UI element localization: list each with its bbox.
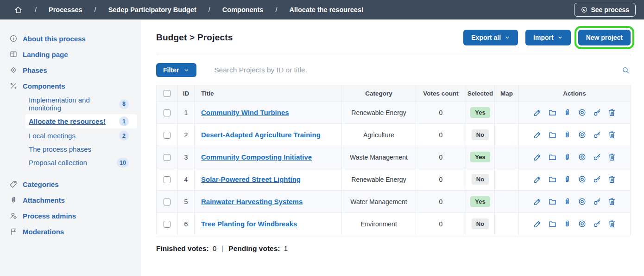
project-votes-count: 0: [416, 213, 466, 235]
permissions-button[interactable]: [593, 219, 601, 228]
project-id: 5: [178, 191, 195, 213]
project-map-cell: [495, 102, 519, 124]
delete-button[interactable]: [607, 153, 616, 161]
folder-button[interactable]: [548, 175, 557, 184]
delete-button[interactable]: [607, 130, 616, 139]
folder-button[interactable]: [548, 130, 557, 139]
row-checkbox[interactable]: [164, 221, 170, 228]
breadcrumb-item[interactable]: Sedep Participatory Budget: [108, 6, 196, 13]
permissions-button[interactable]: [593, 153, 601, 161]
delete-button[interactable]: [607, 108, 616, 117]
preview-button[interactable]: [578, 108, 587, 117]
submenu-item-label: Implementation and monitoring: [29, 96, 119, 112]
edit-button[interactable]: [533, 130, 542, 139]
edit-button[interactable]: [533, 153, 542, 161]
select-all-checkbox[interactable]: [164, 90, 170, 97]
attachments-button[interactable]: [563, 108, 572, 117]
column-header: Actions: [519, 85, 631, 102]
new-project-button[interactable]: New project: [578, 30, 631, 45]
project-title-link[interactable]: Community Wind Turbines: [201, 109, 289, 116]
trash-icon: [607, 130, 616, 139]
project-title-link[interactable]: Tree Planting for Windbreaks: [201, 220, 297, 228]
edit-button[interactable]: [533, 108, 542, 117]
search-button[interactable]: [621, 65, 631, 75]
home-icon[interactable]: [14, 6, 23, 14]
permissions-button[interactable]: [593, 108, 601, 117]
row-checkbox[interactable]: [164, 176, 170, 183]
permissions-button[interactable]: [593, 130, 601, 139]
row-checkbox[interactable]: [164, 199, 170, 205]
sidebar-item-attachments[interactable]: Attachments: [0, 192, 141, 208]
delete-button[interactable]: [607, 197, 616, 206]
project-votes-count: 0: [416, 102, 466, 124]
breadcrumb-item[interactable]: Processes: [49, 6, 82, 13]
folder-icon: [548, 153, 557, 161]
folder-button[interactable]: [548, 197, 557, 206]
delete-button[interactable]: [607, 219, 616, 228]
phases-icon: [9, 66, 18, 74]
submenu-item-label: Local meetings: [29, 132, 76, 140]
import-label: Import: [533, 34, 554, 41]
attachments-button[interactable]: [563, 197, 572, 206]
row-checkbox[interactable]: [164, 109, 170, 116]
project-title-link[interactable]: Desert-Adapted Agriculture Training: [201, 131, 321, 139]
folder-icon: [548, 219, 557, 228]
search-input[interactable]: [214, 66, 621, 74]
submenu-item[interactable]: Proposal collection 10: [25, 155, 137, 170]
folder-button[interactable]: [548, 219, 557, 228]
edit-button[interactable]: [533, 175, 542, 184]
project-id: 6: [178, 213, 195, 235]
folder-button[interactable]: [548, 153, 557, 161]
sidebar-item-landing-page[interactable]: Landing page: [0, 46, 141, 62]
project-title-link[interactable]: Community Composting Initiative: [201, 153, 312, 161]
attachments-button[interactable]: [563, 219, 572, 228]
count-badge: 1: [119, 116, 129, 126]
column-header: Category: [342, 85, 416, 102]
attachments-button[interactable]: [563, 130, 572, 139]
project-category: Renewable Energy: [342, 168, 416, 191]
breadcrumb-separator: /: [95, 6, 96, 13]
row-checkbox[interactable]: [164, 154, 170, 161]
folder-button[interactable]: [548, 108, 557, 117]
delete-button[interactable]: [607, 175, 616, 184]
see-process-button[interactable]: See process: [574, 3, 636, 17]
preview-button[interactable]: [578, 219, 587, 228]
attachments-button[interactable]: [563, 153, 572, 161]
sidebar-item-components[interactable]: Components: [0, 78, 141, 94]
attachments-button[interactable]: [563, 175, 572, 184]
sidebar-item-about[interactable]: About this process: [0, 31, 141, 46]
submenu-item[interactable]: The process phases: [25, 143, 137, 155]
preview-eye-icon: [578, 108, 587, 117]
export-all-button[interactable]: Export all: [463, 30, 518, 45]
preview-button[interactable]: [578, 175, 587, 184]
import-button[interactable]: Import: [525, 30, 571, 45]
preview-eye-icon: [578, 197, 587, 206]
breadcrumb-item[interactable]: Allocate the resources!: [289, 6, 363, 13]
preview-button[interactable]: [578, 153, 587, 161]
submenu-item[interactable]: Allocate the resources! 1: [25, 114, 137, 128]
project-title-link[interactable]: Solar-Powered Street Lighting: [201, 175, 301, 183]
filter-button[interactable]: Filter: [156, 63, 196, 77]
column-header: Votes count: [416, 85, 466, 102]
edit-button[interactable]: [533, 197, 542, 206]
preview-eye-icon: [578, 153, 587, 161]
permissions-button[interactable]: [593, 197, 601, 206]
submenu-item[interactable]: Implementation and monitoring 8: [25, 94, 137, 114]
key-icon: [593, 153, 601, 161]
row-checkbox[interactable]: [164, 132, 170, 139]
project-title-link[interactable]: Rainwater Harvesting Systems: [201, 198, 303, 205]
preview-button[interactable]: [578, 197, 587, 206]
submenu-item[interactable]: Local meetings 2: [25, 128, 137, 143]
edit-button[interactable]: [533, 219, 542, 228]
sidebar-item-phases[interactable]: Phases: [0, 62, 141, 78]
sidebar-item-process-admins[interactable]: Process admins: [0, 208, 141, 224]
breadcrumb-item[interactable]: Components: [222, 6, 264, 13]
row-actions: [519, 124, 630, 146]
preview-button[interactable]: [578, 130, 587, 139]
new-project-label: New project: [586, 34, 623, 41]
permissions-button[interactable]: [593, 175, 601, 184]
tag-icon: [9, 180, 18, 188]
sidebar-item-categories[interactable]: Categories: [0, 176, 141, 192]
row-actions: [519, 146, 630, 168]
sidebar-item-moderations[interactable]: Moderations: [0, 224, 141, 239]
